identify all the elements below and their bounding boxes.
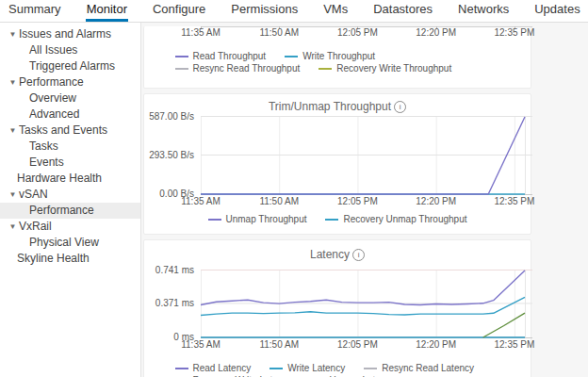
sidebar-item-label: Overview xyxy=(29,90,76,107)
y-axis-labels: 0.741 ms0.371 ms0 ms xyxy=(144,270,201,338)
sidebar-item-overview[interactable]: Overview xyxy=(0,90,140,107)
x-axis-ticks: 11:35 AM11:50 AM12:05 PM12:20 PM12:35 PM xyxy=(144,26,531,39)
sidebar-item-skyline-health[interactable]: Skyline Health xyxy=(0,251,140,267)
legend-item-read-latency[interactable]: Read Latency xyxy=(175,363,252,373)
tab-bar: SummaryMonitorConfigurePermissionsVMsDat… xyxy=(0,0,588,23)
sidebar-item-label: Skyline Health xyxy=(17,251,90,267)
vcenter-monitor-page: SummaryMonitorConfigurePermissionsVMsDat… xyxy=(0,0,588,377)
legend-swatch xyxy=(175,368,188,369)
legend-swatch xyxy=(318,68,332,70)
tab-permissions[interactable]: Permissions xyxy=(230,0,299,22)
legend-item-resync-read-latency[interactable]: Resync Read Latency xyxy=(364,363,474,373)
series-line-unmap-latency xyxy=(483,313,525,337)
trim-unmap-chart-plot: 587.00 B/s293.50 B/s0.00 B/s11:35 AM11:5… xyxy=(144,116,531,207)
tab-monitor[interactable]: Monitor xyxy=(86,0,128,22)
sidebar-item-label: Advanced xyxy=(29,107,79,123)
sidebar-item-vxrail[interactable]: ▼VxRail xyxy=(0,219,140,235)
legend-label: Recovery Write Throughput xyxy=(336,63,451,74)
sidebar-item-tasks-and-events[interactable]: ▼Tasks and Events xyxy=(0,123,140,139)
chart-legend: Read LatencyWrite LatencyResync Read Lat… xyxy=(175,363,500,377)
legend-swatch xyxy=(208,219,221,221)
legend-label: Write Latency xyxy=(287,363,345,373)
sidebar-item-label: Tasks xyxy=(29,139,58,155)
sidebar-item-performance[interactable]: ▼Performance xyxy=(0,74,140,90)
legend-label: Read Throughput xyxy=(193,51,267,61)
sidebar-item-performance[interactable]: Performance xyxy=(0,203,140,219)
legend-item-write-throughput[interactable]: Write Throughput xyxy=(285,51,375,61)
tab-networks[interactable]: Networks xyxy=(457,0,510,22)
main-content: 11:35 AM11:50 AM12:05 PM12:20 PM12:35 PM… xyxy=(141,23,588,377)
sidebar-item-label: Issues and Alarms xyxy=(19,26,111,42)
sidebar-item-triggered-alarms[interactable]: Triggered Alarms xyxy=(0,58,140,74)
tab-vms[interactable]: VMs xyxy=(322,0,349,22)
chevron-down-icon[interactable]: ▼ xyxy=(7,26,19,42)
sidebar-item-vsan[interactable]: ▼vSAN xyxy=(0,187,140,203)
sidebar-item-label: Hardware Health xyxy=(17,171,102,187)
tab-updates[interactable]: Updates xyxy=(533,0,580,22)
sidebar-item-physical-view[interactable]: Physical View xyxy=(0,235,140,251)
chevron-down-icon[interactable]: ▼ xyxy=(7,219,19,235)
tab-configure[interactable]: Configure xyxy=(152,0,206,22)
legend-item-write-latency[interactable]: Write Latency xyxy=(270,363,345,373)
sidebar-item-issues-and-alarms[interactable]: ▼Issues and Alarms xyxy=(0,26,140,42)
chart-canvas[interactable] xyxy=(201,270,532,338)
legend-item-unmap-throughput[interactable]: Unmap Throughput xyxy=(208,214,307,224)
chevron-down-icon[interactable]: ▼ xyxy=(7,187,19,203)
y-axis-tick: 587.00 B/s xyxy=(149,111,194,122)
legend-item-resync-read-throughput[interactable]: Resync Read Throughput xyxy=(175,63,301,74)
tab-summary[interactable]: Summary xyxy=(8,0,62,22)
x-axis-tick: 12:20 PM xyxy=(416,196,456,206)
sidebar-item-label: VxRail xyxy=(19,219,52,235)
chevron-down-icon[interactable]: ▼ xyxy=(7,74,19,90)
x-axis-tick: 11:35 AM xyxy=(181,27,220,38)
sidebar-item-all-issues[interactable]: All Issues xyxy=(0,42,140,58)
chevron-down-icon[interactable]: ▼ xyxy=(7,123,19,139)
x-axis-tick: 11:50 AM xyxy=(259,27,299,38)
page-body: ▼Issues and AlarmsAll IssuesTriggered Al… xyxy=(0,23,588,377)
monitor-sidebar-tree: ▼Issues and AlarmsAll IssuesTriggered Al… xyxy=(0,23,141,377)
legend-swatch xyxy=(285,56,298,57)
x-axis-tick: 11:50 AM xyxy=(259,339,299,350)
sidebar-item-events[interactable]: Events xyxy=(0,155,140,171)
tab-datastores[interactable]: Datastores xyxy=(372,0,433,22)
x-axis-tick: 12:20 PM xyxy=(416,27,456,38)
chart-canvas[interactable] xyxy=(201,116,532,195)
chart-legend: Read ThroughputWrite ThroughputResync Re… xyxy=(175,51,500,74)
sidebar-item-hardware-health[interactable]: Hardware Health xyxy=(0,171,140,187)
chart-title: Latencyi xyxy=(144,248,531,261)
x-axis-ticks: 11:35 AM11:50 AM12:05 PM12:20 PM12:35 PM xyxy=(144,338,531,351)
legend-label: Read Latency xyxy=(193,363,252,373)
x-axis-tick: 11:35 AM xyxy=(181,339,220,350)
legend-swatch xyxy=(364,368,377,369)
sidebar-item-label: All Issues xyxy=(29,42,77,58)
sidebar-item-label: Events xyxy=(29,155,64,171)
legend-label: Unmap Throughput xyxy=(226,214,307,224)
legend-swatch xyxy=(175,56,188,57)
x-axis-tick: 11:50 AM xyxy=(259,196,299,206)
chart-title-text: Latency xyxy=(310,248,350,261)
latency-chart-plot: 0.741 ms0.371 ms0 ms11:35 AM11:50 AM12:0… xyxy=(144,270,531,351)
sidebar-item-label: Performance xyxy=(29,203,94,219)
legend-swatch xyxy=(175,68,188,70)
y-axis-labels: 587.00 B/s293.50 B/s0.00 B/s xyxy=(144,116,201,195)
chart-title-text: Trim/Unmap Throughput xyxy=(269,100,391,113)
x-axis-tick: 12:35 PM xyxy=(494,27,534,38)
legend-item-recovery-write-throughput[interactable]: Recovery Write Throughput xyxy=(318,63,451,74)
chart-legend: Unmap ThroughputRecovery Unmap Throughpu… xyxy=(208,214,467,224)
x-axis-tick: 12:05 PM xyxy=(337,27,378,38)
legend-label: Resync Read Throughput xyxy=(193,63,301,74)
info-icon[interactable]: i xyxy=(394,101,406,113)
x-axis-tick: 12:05 PM xyxy=(337,196,378,206)
sidebar-item-tasks[interactable]: Tasks xyxy=(0,139,140,155)
x-axis-tick: 12:05 PM xyxy=(337,339,378,350)
legend-item-recovery-unmap-throughput[interactable]: Recovery Unmap Throughput xyxy=(325,214,466,224)
x-axis-ticks: 11:35 AM11:50 AM12:05 PM12:20 PM12:35 PM xyxy=(144,195,531,207)
legend-item-read-throughput[interactable]: Read Throughput xyxy=(175,51,267,61)
sidebar-item-advanced[interactable]: Advanced xyxy=(0,107,140,123)
y-axis-tick: 293.50 B/s xyxy=(149,150,194,160)
sidebar-item-label: Tasks and Events xyxy=(19,123,107,139)
x-axis-tick: 12:35 PM xyxy=(494,196,534,206)
chart-card-throughput-cropped: 11:35 AM11:50 AM12:05 PM12:20 PM12:35 PM… xyxy=(143,26,531,89)
info-icon[interactable]: i xyxy=(352,249,365,261)
x-axis-tick: 12:35 PM xyxy=(494,339,534,350)
